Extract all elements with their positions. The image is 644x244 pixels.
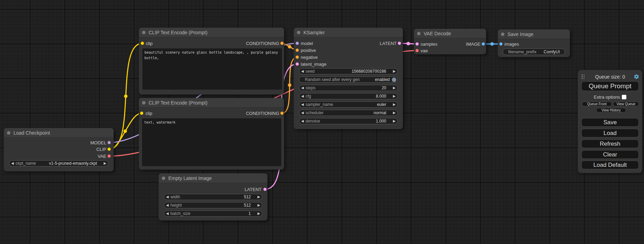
prev-arrow-icon[interactable]: ◀ — [299, 93, 306, 99]
node-title: CLIP Text Encode (Prompt) — [149, 100, 208, 106]
collapse-dot[interactable] — [7, 131, 10, 135]
prev-arrow-icon[interactable]: ◀ — [299, 68, 306, 74]
output-port-image[interactable] — [482, 43, 485, 46]
widget-value: 1 — [248, 211, 256, 216]
comfyui-canvas[interactable]: { "type_colors": { "MODEL": "#B39DDB", "… — [0, 0, 644, 244]
input-label-clip: clip — [146, 41, 153, 46]
output-port-conditioning[interactable] — [281, 42, 284, 45]
prev-arrow-icon[interactable]: ◀ — [299, 110, 306, 116]
widget-steps[interactable]: ◀ steps 20 ▶ — [299, 85, 398, 91]
input-label-positive: positive — [301, 48, 316, 53]
widget-cfg[interactable]: ◀ cfg 8.000 ▶ — [299, 93, 398, 99]
node-load-checkpoint[interactable]: Load Checkpoint MODEL CLIP VAE ◀ ckpt_na… — [4, 128, 114, 171]
gear-icon[interactable] — [634, 74, 639, 79]
next-arrow-icon[interactable]: ▶ — [391, 118, 397, 124]
next-arrow-icon[interactable]: ▶ — [256, 194, 262, 200]
collapse-dot[interactable] — [142, 101, 145, 105]
prev-arrow-icon[interactable]: ◀ — [299, 101, 306, 108]
next-arrow-icon[interactable]: ▶ — [391, 101, 397, 108]
prev-arrow-icon[interactable]: ◀ — [164, 202, 170, 208]
node-empty-latent-image[interactable]: Empty Latent Image LATENT ◀ width 512 ▶ … — [159, 173, 267, 220]
node-header[interactable]: CLIP Text Encode (Prompt) — [139, 28, 284, 37]
prev-arrow-icon[interactable]: ◀ — [299, 85, 306, 91]
widget-name: sampler_name — [306, 102, 333, 107]
widget-name: seed — [306, 69, 315, 74]
input-port-vae[interactable] — [416, 49, 419, 52]
input-port-model[interactable] — [296, 42, 299, 45]
collapse-dot[interactable] — [142, 31, 145, 34]
collapse-dot[interactable] — [417, 32, 421, 35]
prompt-textarea[interactable]: text, watermark — [142, 118, 281, 166]
output-port-latent[interactable] — [264, 188, 267, 191]
widget-sampler-name[interactable]: ◀ sampler_name euler ▶ — [299, 101, 398, 108]
next-arrow-icon[interactable]: ▶ — [102, 160, 108, 166]
node-header[interactable]: Load Checkpoint — [4, 128, 114, 138]
load-default-button[interactable]: Load Default — [581, 161, 639, 169]
node-clip-text-encode-positive[interactable]: CLIP Text Encode (Prompt) clip CONDITION… — [139, 28, 284, 94]
output-label-model: MODEL — [90, 140, 106, 145]
node-clip-text-encode-negative[interactable]: CLIP Text Encode (Prompt) clip CONDITION… — [139, 98, 284, 170]
next-arrow-icon[interactable]: ▶ — [391, 93, 397, 99]
view-queue-button[interactable]: View Queue — [613, 102, 639, 106]
prev-arrow-icon[interactable]: ◀ — [9, 160, 16, 166]
widget-name: cfg — [306, 94, 311, 99]
load-button[interactable]: Load — [581, 129, 639, 137]
widget-ckpt-name[interactable]: ◀ ckpt_name v1-5-pruned-emaonly.ckpt ▶ — [9, 160, 108, 166]
widget-width[interactable]: ◀ width 512 ▶ — [164, 194, 262, 200]
input-port-samples[interactable] — [416, 43, 419, 46]
output-port-conditioning[interactable] — [281, 112, 284, 115]
collapse-dot[interactable] — [501, 33, 504, 36]
prev-arrow-icon[interactable]: ◀ — [164, 210, 170, 217]
node-ksampler[interactable]: KSampler model positive negative latent_… — [294, 28, 403, 129]
node-header[interactable]: KSampler — [294, 28, 403, 37]
queue-prompt-button[interactable]: Queue Prompt — [581, 81, 639, 91]
input-port-images[interactable] — [500, 43, 503, 46]
node-header[interactable]: VAE Decode — [414, 29, 486, 38]
input-port-latent-image[interactable] — [296, 63, 299, 66]
input-label-samples: samples — [421, 42, 437, 47]
save-button[interactable]: Save — [581, 118, 639, 127]
widget-scheduler[interactable]: ◀ scheduler normal ▶ — [299, 110, 398, 116]
input-port-clip[interactable] — [141, 42, 144, 45]
node-header[interactable]: CLIP Text Encode (Prompt) — [139, 98, 284, 108]
next-arrow-icon[interactable]: ▶ — [256, 202, 262, 208]
collapse-dot[interactable] — [162, 177, 165, 180]
refresh-button[interactable]: Refresh — [581, 139, 639, 148]
widget-denoise[interactable]: ◀ denoise 1.000 ▶ — [299, 118, 398, 124]
view-history-button[interactable]: View History — [596, 108, 626, 112]
input-port-negative[interactable] — [296, 56, 299, 59]
output-port-latent[interactable] — [398, 42, 401, 45]
output-port-model[interactable] — [108, 141, 111, 144]
widget-seed[interactable]: ◀ seed 156680208700286 ▶ — [299, 68, 398, 74]
collapse-dot[interactable] — [297, 31, 300, 34]
queue-front-button[interactable]: Queue Front — [582, 102, 612, 106]
prev-arrow-icon[interactable]: ◀ — [299, 118, 306, 124]
node-save-image[interactable]: Save Image images filename_prefix ComfyU… — [498, 29, 570, 57]
widget-value: 512 — [244, 203, 256, 208]
clear-button[interactable]: Clear — [581, 150, 639, 159]
next-arrow-icon[interactable]: ▶ — [391, 110, 397, 116]
output-port-vae[interactable] — [108, 155, 111, 158]
widget-filename-prefix[interactable]: filename_prefix ComfyUI — [503, 48, 565, 55]
widget-name: height — [170, 203, 182, 208]
widget-random-seed-toggle[interactable]: Random seed after every gen enabled — [299, 76, 398, 83]
node-header[interactable]: Save Image — [498, 29, 570, 39]
next-arrow-icon[interactable]: ▶ — [391, 68, 397, 74]
next-arrow-icon[interactable]: ▶ — [256, 210, 262, 217]
input-label-negative: negative — [301, 55, 318, 60]
prev-arrow-icon[interactable]: ◀ — [164, 194, 170, 200]
input-label-vae: vae — [421, 48, 428, 53]
widget-height[interactable]: ◀ height 512 ▶ — [164, 202, 262, 208]
output-port-clip[interactable] — [108, 148, 111, 151]
widget-batch-size[interactable]: ◀ batch_size 1 ▶ — [164, 210, 262, 217]
prompt-textarea[interactable]: beautiful scenery nature glass bottle la… — [142, 48, 282, 90]
input-port-positive[interactable] — [296, 49, 299, 52]
next-arrow-icon[interactable]: ▶ — [391, 85, 397, 91]
input-port-clip[interactable] — [140, 112, 143, 115]
node-title: Load Checkpoint — [14, 130, 50, 136]
toggle-knob[interactable] — [392, 78, 396, 82]
node-vae-decode[interactable]: VAE Decode samples vae IMAGE — [414, 29, 486, 54]
node-header[interactable]: Empty Latent Image — [159, 173, 267, 183]
extra-options-checkbox[interactable] — [622, 95, 626, 99]
widget-name: denoise — [306, 119, 320, 124]
